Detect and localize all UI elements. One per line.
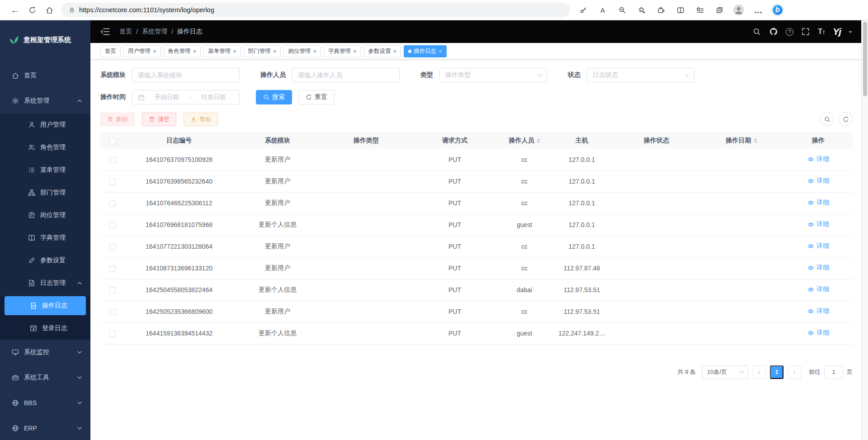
user-menu-caret-icon[interactable]: [849, 31, 852, 35]
reset-button[interactable]: 重置: [298, 90, 335, 104]
read-aloud-button[interactable]: A: [596, 2, 609, 18]
tab[interactable]: 字典管理×: [324, 45, 361, 57]
search-button[interactable]: 搜索: [256, 90, 292, 104]
detail-link[interactable]: 详细: [807, 264, 829, 272]
module-input[interactable]: [132, 68, 240, 82]
sidebar-item-login-log[interactable]: 登录日志: [0, 317, 90, 340]
refresh-table-button[interactable]: [839, 112, 853, 126]
detail-link[interactable]: 详细: [807, 242, 829, 250]
next-page-button[interactable]: ›: [788, 365, 801, 379]
sidebar-item-system-mgmt[interactable]: 系统管理: [0, 88, 90, 114]
row-checkbox[interactable]: [109, 265, 116, 272]
detail-link[interactable]: 详细: [807, 307, 829, 315]
prev-page-button[interactable]: ‹: [752, 365, 766, 379]
tab[interactable]: 部门管理×: [244, 45, 281, 57]
browser-refresh-button[interactable]: [24, 2, 41, 18]
font-size-button[interactable]: TT: [818, 28, 825, 35]
bing-chat-button[interactable]: b: [771, 2, 784, 18]
browser-settings-button[interactable]: …: [751, 2, 765, 18]
sidebar-item-erp[interactable]: ERP: [0, 416, 90, 440]
detail-link[interactable]: 详细: [807, 155, 829, 163]
sidebar-item-oper-log[interactable]: 操作日志: [5, 296, 86, 315]
app-logo[interactable]: 意框架管理系统: [0, 20, 90, 59]
add-favorite-button[interactable]: [635, 2, 648, 18]
tab[interactable]: 岗位管理×: [283, 45, 321, 57]
tab-close-icon[interactable]: ×: [439, 48, 442, 54]
page-size-select[interactable]: 10条/页: [702, 365, 748, 379]
select-all-checkbox[interactable]: [109, 138, 116, 144]
sidebar-toggle-icon[interactable]: [100, 27, 110, 36]
detail-link[interactable]: 详细: [807, 285, 829, 293]
tab[interactable]: 菜单管理×: [203, 45, 241, 57]
breadcrumb-system-mgmt[interactable]: 系统管理: [142, 28, 167, 36]
sort-date-control[interactable]: [754, 137, 757, 145]
clear-button[interactable]: 清空: [142, 113, 176, 126]
row-checkbox[interactable]: [109, 222, 116, 228]
sidebar-item-param-settings[interactable]: 参数设置: [0, 249, 90, 272]
goto-page-input[interactable]: [824, 365, 843, 379]
sidebar-item-home[interactable]: 首页: [0, 63, 90, 88]
sidebar-item-post-mgmt[interactable]: 岗位管理: [0, 204, 90, 227]
collections-button[interactable]: [712, 2, 726, 18]
zoom-out-button[interactable]: [615, 2, 629, 18]
page-scrollbar[interactable]: [861, 20, 868, 440]
extensions-button[interactable]: [654, 2, 668, 18]
row-checkbox[interactable]: [109, 200, 116, 207]
delete-button[interactable]: 删除: [100, 113, 135, 126]
password-key-button[interactable]: [576, 2, 590, 18]
tab-close-icon[interactable]: ×: [273, 48, 277, 54]
tab-active[interactable]: 操作日志×: [404, 45, 447, 57]
detail-link[interactable]: 详细: [807, 199, 829, 207]
row-checkbox[interactable]: [109, 287, 116, 293]
tab[interactable]: 角色管理×: [164, 45, 201, 57]
sidebar-item-menu-mgmt[interactable]: 菜单管理: [0, 159, 90, 181]
github-button[interactable]: [769, 27, 778, 36]
browser-profile-button[interactable]: [732, 2, 745, 18]
browser-home-button[interactable]: [41, 2, 58, 18]
row-checkbox[interactable]: [109, 179, 116, 185]
breadcrumb-home[interactable]: 首页: [119, 28, 132, 36]
show-search-toggle-button[interactable]: [820, 112, 834, 126]
tab[interactable]: 用户管理×: [123, 45, 161, 57]
tab[interactable]: 首页: [100, 45, 121, 57]
operator-input[interactable]: [292, 68, 400, 82]
favorites-bar-button[interactable]: [693, 2, 707, 18]
header-search-button[interactable]: [752, 27, 761, 36]
row-checkbox[interactable]: [109, 309, 116, 315]
tab[interactable]: 参数设置×: [364, 45, 401, 57]
sidebar-item-role-mgmt[interactable]: 角色管理: [0, 136, 90, 159]
split-screen-button[interactable]: [674, 2, 687, 18]
browser-back-button[interactable]: ←: [6, 2, 24, 18]
tab-close-icon[interactable]: ×: [233, 48, 236, 54]
fullscreen-button[interactable]: [801, 27, 810, 36]
date-range-picker[interactable]: 开始日期 - 结束日期: [132, 90, 240, 104]
sidebar-item-bbs[interactable]: BBS: [0, 390, 90, 416]
detail-link-label: 详细: [816, 242, 829, 250]
tab-close-icon[interactable]: ×: [193, 48, 197, 54]
tab-close-icon[interactable]: ×: [353, 48, 357, 54]
row-checkbox[interactable]: [109, 157, 116, 163]
sidebar-item-dept-mgmt[interactable]: 部门管理: [0, 181, 90, 204]
type-select[interactable]: 操作类型: [439, 68, 547, 82]
row-checkbox[interactable]: [109, 331, 116, 337]
detail-link[interactable]: 详细: [807, 220, 829, 228]
sidebar-item-monitor[interactable]: 系统监控: [0, 340, 90, 365]
tab-close-icon[interactable]: ×: [393, 48, 397, 54]
scrollbar-thumb[interactable]: [863, 22, 867, 96]
user-logo-mark[interactable]: Yj: [833, 26, 841, 37]
row-checkbox[interactable]: [109, 244, 116, 250]
sidebar-item-log-mgmt[interactable]: 日志管理: [0, 272, 90, 294]
tab-close-icon[interactable]: ×: [153, 48, 156, 54]
sidebar-item-user-mgmt[interactable]: 用户管理: [0, 114, 90, 136]
page-1-button[interactable]: 1: [770, 365, 783, 379]
export-button[interactable]: 导出: [184, 113, 218, 126]
sidebar-item-tools[interactable]: 系统工具: [0, 365, 90, 390]
detail-link[interactable]: 详细: [807, 177, 829, 185]
help-icon[interactable]: ?: [786, 28, 793, 36]
tab-close-icon[interactable]: ×: [313, 48, 316, 54]
address-bar[interactable]: https://ccnetcore.com:1101/system/log/op…: [61, 3, 570, 17]
sidebar-item-dict-mgmt[interactable]: 字典管理: [0, 227, 90, 249]
detail-link[interactable]: 详细: [807, 329, 829, 337]
status-select[interactable]: 日志状态: [587, 68, 694, 82]
sort-operator-control[interactable]: [537, 137, 540, 145]
